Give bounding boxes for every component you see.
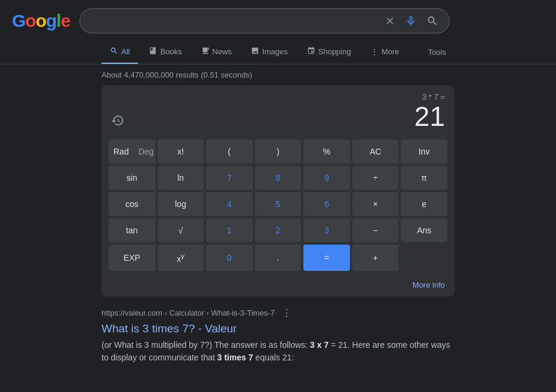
more-info-link[interactable]: More info: [413, 280, 445, 289]
tools-button[interactable]: Tools: [420, 42, 454, 63]
logo-o1: o: [25, 11, 35, 30]
minus-button[interactable]: −: [352, 218, 399, 242]
nav-item-all[interactable]: All: [102, 41, 138, 64]
nine-button[interactable]: 9: [303, 166, 350, 190]
log-button[interactable]: log: [158, 192, 204, 216]
open-paren-button[interactable]: (: [206, 140, 253, 163]
six-button[interactable]: 6: [303, 192, 350, 216]
close-paren-button[interactable]: ): [255, 140, 302, 163]
zero-button[interactable]: 0: [206, 245, 253, 271]
nav-images-label: Images: [262, 47, 288, 56]
sqrt-button[interactable]: √: [158, 218, 204, 242]
result-url: https://valeur.com › Calculator › What-i…: [102, 308, 275, 317]
result-item: https://valeur.com › Calculator › What-i…: [102, 306, 454, 364]
nav-item-images[interactable]: Images: [242, 41, 296, 64]
deg-button[interactable]: Deg: [134, 140, 155, 163]
search-nav-icon: [110, 47, 118, 57]
history-icon[interactable]: [111, 114, 124, 130]
calc-expression: 3 * 7 =: [414, 92, 445, 101]
mic-icon: [405, 15, 417, 27]
nav-bar: All Books News Images Shopping ⋮ More To…: [0, 36, 556, 64]
search-input[interactable]: 3 times 7: [90, 16, 377, 26]
header: Google 3 times 7: [0, 0, 556, 33]
nav-all-label: All: [121, 47, 130, 56]
nav-news-label: News: [213, 47, 232, 56]
ln-button[interactable]: ln: [158, 166, 204, 190]
logo-g: G: [12, 11, 25, 30]
two-button[interactable]: 2: [255, 218, 302, 242]
result-snippet: (or What is 3 multiplied by 7?) The answ…: [102, 339, 454, 364]
nav-books-label: Books: [160, 47, 182, 56]
shopping-nav-icon: [307, 47, 315, 57]
rad-button[interactable]: Rad: [109, 140, 134, 163]
logo-e: e: [61, 11, 70, 30]
more-nav-icon: ⋮: [370, 47, 379, 57]
close-icon: [385, 16, 395, 26]
eight-button[interactable]: 8: [255, 166, 302, 190]
pi-button[interactable]: π: [401, 166, 447, 190]
nav-item-books[interactable]: Books: [140, 41, 190, 64]
result-menu-button[interactable]: ⋮: [279, 306, 294, 320]
voice-search-button[interactable]: [404, 14, 418, 28]
e-button[interactable]: e: [401, 192, 447, 216]
nav-shopping-label: Shopping: [318, 47, 351, 56]
nav-more-label: More: [382, 47, 400, 56]
equals-button[interactable]: =: [303, 245, 350, 271]
calc-result-area: 3 * 7 = 21: [414, 92, 445, 130]
news-nav-icon: [201, 47, 210, 57]
logo-g2: g: [46, 11, 56, 30]
result-url-row: https://valeur.com › Calculator › What-i…: [102, 306, 454, 320]
books-nav-icon: [149, 47, 157, 57]
search-icons: [383, 14, 440, 28]
four-button[interactable]: 4: [206, 192, 253, 216]
exp-button[interactable]: EXP: [109, 245, 155, 271]
calc-result: 21: [414, 103, 445, 130]
result-title[interactable]: What is 3 times 7? - Valeur: [102, 322, 454, 335]
five-button[interactable]: 5: [255, 192, 302, 216]
decimal-button[interactable]: .: [255, 245, 302, 271]
search-icon: [426, 15, 438, 27]
calculator-widget: 3 * 7 = 21 Rad Deg x! ( ) % AC Inv sin l…: [102, 85, 454, 297]
search-button[interactable]: [425, 14, 440, 28]
search-results: https://valeur.com › Calculator › What-i…: [0, 306, 556, 364]
power-button[interactable]: xy: [158, 245, 204, 271]
ac-button[interactable]: AC: [352, 140, 399, 163]
one-button[interactable]: 1: [206, 218, 253, 242]
nav-item-news[interactable]: News: [193, 41, 241, 64]
logo-l: l: [56, 11, 60, 30]
clear-search-button[interactable]: [383, 14, 397, 27]
inv-button[interactable]: Inv: [401, 140, 447, 163]
logo-o2: o: [36, 11, 46, 30]
images-nav-icon: [251, 47, 259, 57]
factorial-button[interactable]: x!: [158, 140, 204, 163]
cos-button[interactable]: cos: [109, 192, 155, 216]
tan-button[interactable]: tan: [109, 218, 155, 242]
percent-button[interactable]: %: [303, 140, 350, 163]
three-button[interactable]: 3: [303, 218, 350, 242]
nav-item-more[interactable]: ⋮ More: [362, 41, 408, 64]
more-info-row: More info: [102, 278, 454, 297]
sin-button[interactable]: sin: [109, 166, 155, 190]
results-info: About 4,470,000,000 results (0.51 second…: [0, 64, 556, 85]
ans-button[interactable]: Ans: [401, 218, 447, 242]
calc-buttons: Rad Deg x! ( ) % AC Inv sin ln 7 8 9 ÷ π…: [102, 135, 454, 278]
divide-button[interactable]: ÷: [352, 166, 399, 190]
calc-display: 3 * 7 = 21: [102, 85, 454, 135]
nav-item-shopping[interactable]: Shopping: [299, 41, 360, 64]
search-bar: 3 times 7: [79, 8, 450, 33]
seven-button[interactable]: 7: [206, 166, 253, 190]
plus-button[interactable]: +: [352, 245, 399, 271]
multiply-button[interactable]: ×: [352, 192, 399, 216]
rad-deg-toggle: Rad Deg: [109, 140, 155, 163]
google-logo: Google: [12, 11, 70, 31]
